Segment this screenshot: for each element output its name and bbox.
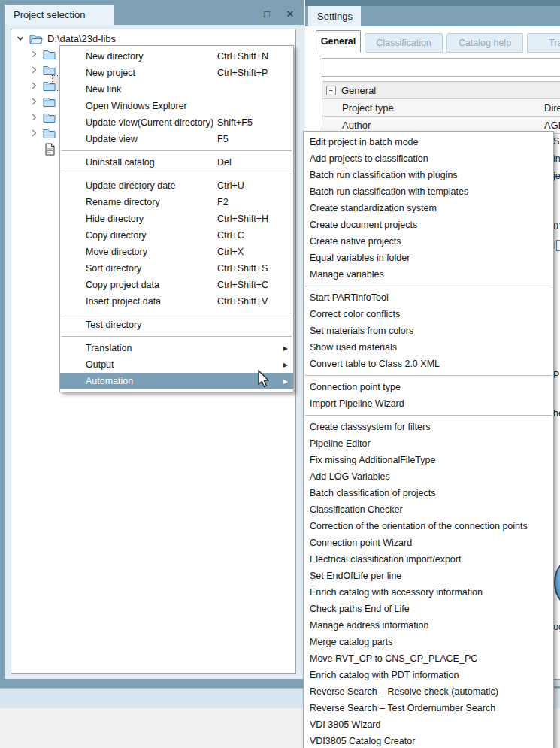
menu-item-new-project[interactable]: New projectCtrl+Shift+P (60, 65, 293, 81)
chevron-right-icon[interactable] (29, 50, 38, 59)
menu-item-reverse-search-resolve-check-automatic[interactable]: Reverse Search – Resolve check (automati… (304, 683, 553, 700)
menu-item-sort-directory[interactable]: Sort directoryCtrl+Shift+S (60, 260, 293, 277)
menu-item-label: Move directory (86, 247, 147, 257)
value-fragment-he: he (553, 408, 560, 419)
menu-item-copy-project-data[interactable]: Copy project dataCtrl+Shift+C (60, 277, 293, 293)
menu-item-label: Connection point Wizard (310, 538, 412, 548)
chevron-right-icon[interactable] (29, 65, 38, 74)
menu-item-hide-directory[interactable]: Hide directoryCtrl+Shift+H (60, 210, 293, 227)
menu-item-shortcut: Ctrl+Shift+P (217, 68, 268, 78)
menu-item-batch-classification-of-projects[interactable]: Batch classification of projects (304, 485, 553, 501)
menu-item-batch-run-classification-with-plugins[interactable]: Batch run classification with plugins (304, 167, 553, 183)
menu-item-rename-directory[interactable]: Rename directoryF2 (60, 194, 293, 210)
menu-item-translation[interactable]: Translation▶ (60, 340, 293, 356)
menu-item-move-directory[interactable]: Move directoryCtrl+X (60, 244, 293, 260)
menu-item-set-endoflife-per-line[interactable]: Set EndOfLife per line (304, 568, 553, 584)
menu-item-label: Create classsystem for filters (310, 422, 430, 432)
filter-input[interactable] (322, 58, 560, 77)
close-button[interactable]: ✕ (283, 8, 297, 20)
chevron-right-icon[interactable] (29, 129, 38, 138)
menu-item-set-materials-from-colors[interactable]: Set materials from colors (304, 323, 553, 339)
menu-item-merge-catalog-parts[interactable]: Merge catalog parts (304, 634, 553, 650)
menu-item-enrich-catalog-with-accessory-informatio[interactable]: Enrich catalog with accessory informatio… (304, 584, 553, 601)
chevron-right-icon[interactable] (29, 81, 38, 90)
catalog-link-fragment[interactable]: og (553, 622, 560, 632)
collapse-icon[interactable]: − (326, 86, 336, 95)
closed-folder-icon (43, 96, 56, 107)
menu-item-label: Insert project data (86, 296, 161, 307)
menu-item-electrical-classification-import-export[interactable]: Electrical classification import/export (304, 551, 553, 568)
menu-separator (62, 313, 292, 313)
application-window: Project selection □ ✕ D:\data\23d-libs S… (0, 0, 560, 748)
grid-group-general[interactable]: −General (322, 82, 560, 99)
menu-item-start-partinfotool[interactable]: Start PARTinfoTool (304, 289, 553, 306)
menu-item-vdi3805-catalog-creator[interactable]: VDI3805 Catalog Creator (304, 733, 553, 748)
menu-item-import-pipeline-wizard[interactable]: Import Pipeline Wizard (304, 395, 553, 412)
tab-general[interactable]: General (316, 30, 361, 53)
menu-item-correction-of-the-orientation-of-the-con[interactable]: Correction of the orientation of the con… (304, 518, 553, 535)
menu-item-open-windows-explorer[interactable]: Open Windows Explorer (60, 98, 293, 114)
menu-item-correct-color-conflicts[interactable]: Correct color conflicts (304, 306, 553, 323)
menu-item-move-rvt-cp-to-cns-cp-place-pc[interactable]: Move RVT_CP to CNS_CP_PLACE_PC (304, 650, 553, 667)
menu-item-update-view[interactable]: Update viewF5 (60, 131, 293, 147)
settings-tab[interactable]: Settings (308, 6, 361, 26)
menu-item-check-paths-end-of-life[interactable]: Check paths End of Life (304, 601, 553, 617)
menu-item-label: Pipeline Editor (310, 438, 371, 449)
menu-item-label: Manage address information (310, 620, 428, 631)
menu-item-create-document-projects[interactable]: Create document projects (304, 217, 553, 233)
menu-item-manage-variables[interactable]: Manage variables (304, 266, 553, 283)
menu-item-test-directory[interactable]: Test directory (60, 316, 293, 333)
menu-item-vdi-3805-wizard[interactable]: VDI 3805 Wizard (304, 716, 553, 733)
menu-item-shortcut: Ctrl+X (217, 247, 244, 257)
value-fragment-in: in (553, 153, 560, 164)
menu-item-new-link[interactable]: New link (60, 81, 293, 98)
menu-item-show-used-materials[interactable]: Show used materials (304, 339, 553, 356)
menu-separator (62, 150, 292, 151)
menu-item-classification-checker[interactable]: Classification Checker (304, 501, 553, 518)
menu-item-enrich-catalog-with-pdt-information[interactable]: Enrich catalog with PDT information (304, 667, 553, 683)
project-selection-titlebar: Project selection □ ✕ (0, 0, 304, 25)
menu-item-label: Check paths End of Life (310, 604, 410, 614)
menu-item-label: Create standardization system (310, 203, 437, 213)
menu-item-connection-point-wizard[interactable]: Connection point Wizard (304, 535, 553, 551)
menu-item-label: Update directory date (86, 180, 176, 191)
tab-classification[interactable]: Classification (365, 33, 443, 53)
menu-item-update-directory-date[interactable]: Update directory dateCtrl+U (60, 177, 293, 194)
menu-item-convert-table-to-class-2-0-xml[interactable]: Convert table to Class 2.0 XML (304, 356, 553, 372)
chevron-right-icon[interactable] (29, 97, 38, 106)
menu-item-create-native-projects[interactable]: Create native projects (304, 233, 553, 250)
menu-item-reverse-search-test-ordernumber-search[interactable]: Reverse Search – Test Ordernumber Search (304, 700, 553, 716)
menu-separator (305, 286, 552, 286)
menu-item-manage-address-information[interactable]: Manage address information (304, 617, 553, 634)
menu-item-shortcut: F5 (217, 134, 229, 144)
menu-item-insert-project-data[interactable]: Insert project dataCtrl+Shift+V (60, 293, 293, 310)
menu-item-connection-point-type[interactable]: Connection point type (304, 379, 553, 395)
grid-row-value: AGB_ (544, 120, 560, 131)
menu-item-equal-variables-in-folder[interactable]: Equal variables in folder (304, 250, 553, 266)
grid-row-project-type[interactable]: Project typeDirec (322, 99, 560, 117)
menu-item-create-standardization-system[interactable]: Create standardization system (304, 200, 553, 217)
maximize-button[interactable]: □ (260, 8, 274, 20)
menu-item-add-log-variables[interactable]: Add LOG Variables (304, 468, 553, 485)
menu-item-new-directory[interactable]: New directoryCtrl+Shift+N (60, 48, 293, 65)
menu-item-copy-directory[interactable]: Copy directoryCtrl+C (60, 227, 293, 244)
value-fragment-s2: S2 (553, 136, 560, 147)
value-fragment-je: je (553, 171, 560, 181)
tab-catalog-help[interactable]: Catalog help (446, 33, 523, 53)
menu-item-fix-missing-additionalfiletype[interactable]: Fix missing AdditionalFileType (304, 452, 553, 468)
tree-root[interactable]: D:\data\23d-libs (11, 31, 289, 46)
menu-item-pipeline-editor[interactable]: Pipeline Editor (304, 435, 553, 452)
menu-item-create-classsystem-for-filters[interactable]: Create classsystem for filters (304, 419, 553, 435)
chevron-right-icon[interactable] (29, 113, 38, 122)
chevron-down-icon[interactable] (16, 34, 25, 43)
menu-item-edit-project-in-batch-mode[interactable]: Edit project in batch mode (304, 134, 553, 150)
tab-trans[interactable]: Trans (527, 33, 560, 53)
menu-item-update-view-current-directory[interactable]: Update view(Current directory)Shift+F5 (60, 114, 293, 131)
menu-item-add-projects-to-classification[interactable]: Add projects to classification (304, 150, 553, 167)
menu-item-batch-run-classification-with-templates[interactable]: Batch run classification with templates (304, 183, 553, 200)
project-selection-tab[interactable]: Project selection (5, 5, 114, 25)
value-fragment-p: P (553, 370, 559, 380)
menu-item-uninstall-catalog[interactable]: Uninstall catalogDel (60, 154, 293, 171)
menu-separator (305, 415, 552, 416)
menu-item-label: Manage variables (310, 269, 384, 280)
